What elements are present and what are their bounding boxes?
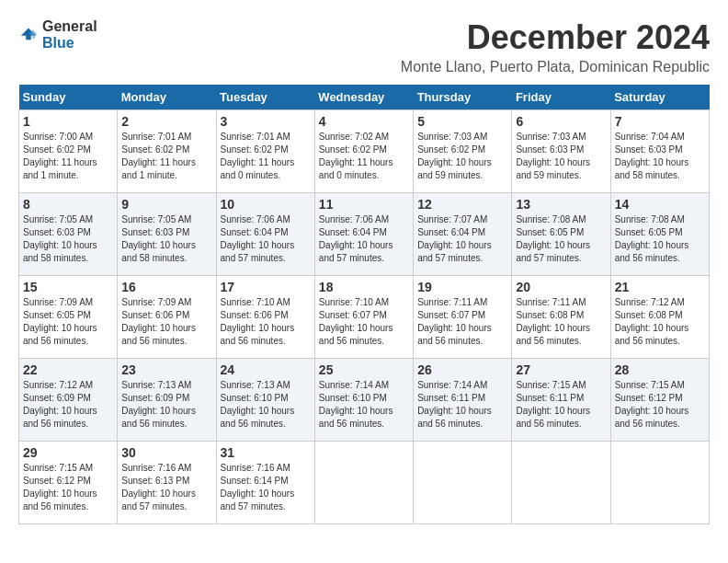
day-info: Sunrise: 7:12 AM Sunset: 6:08 PM Dayligh… [615,296,705,348]
day-info: Sunrise: 7:11 AM Sunset: 6:08 PM Dayligh… [516,296,606,348]
weekday-header: Saturday [610,85,709,110]
weekday-header: Friday [512,85,610,110]
day-info: Sunrise: 7:05 AM Sunset: 6:03 PM Dayligh… [23,213,113,265]
calendar-day-cell: 14 Sunrise: 7:08 AM Sunset: 6:05 PM Dayl… [610,193,709,276]
day-number: 12 [417,197,507,212]
calendar-day-cell: 27 Sunrise: 7:15 AM Sunset: 6:11 PM Dayl… [512,359,610,442]
day-number: 18 [319,280,409,294]
calendar-day-cell: 20 Sunrise: 7:11 AM Sunset: 6:08 PM Dayl… [512,276,610,359]
day-info: Sunrise: 7:16 AM Sunset: 6:14 PM Dayligh… [221,462,311,513]
calendar-day-cell: 29 Sunrise: 7:15 AM Sunset: 6:12 PM Dayl… [19,442,118,524]
logo-blue: Blue [42,35,97,52]
day-info: Sunrise: 7:15 AM Sunset: 6:11 PM Dayligh… [516,379,606,431]
calendar-day-cell [414,442,512,524]
calendar-day-cell: 25 Sunrise: 7:14 AM Sunset: 6:10 PM Dayl… [314,359,413,442]
day-info: Sunrise: 7:00 AM Sunset: 6:02 PM Dayligh… [23,131,113,182]
day-info: Sunrise: 7:15 AM Sunset: 6:12 PM Dayligh… [23,462,113,513]
logo-icon [18,23,39,43]
day-number: 28 [615,362,705,377]
calendar-day-cell: 28 Sunrise: 7:15 AM Sunset: 6:12 PM Dayl… [610,359,709,442]
calendar-day-cell: 24 Sunrise: 7:13 AM Sunset: 6:10 PM Dayl… [216,359,314,442]
calendar-day-cell: 7 Sunrise: 7:04 AM Sunset: 6:03 PM Dayli… [610,110,709,193]
day-info: Sunrise: 7:09 AM Sunset: 6:06 PM Dayligh… [121,296,211,348]
title-section: December 2024 Monte Llano, Puerto Plata,… [401,18,710,75]
day-info: Sunrise: 7:10 AM Sunset: 6:07 PM Dayligh… [319,296,409,348]
calendar-day-cell: 12 Sunrise: 7:07 AM Sunset: 6:04 PM Dayl… [414,193,512,276]
day-number: 6 [516,114,606,129]
day-info: Sunrise: 7:10 AM Sunset: 6:06 PM Dayligh… [221,296,311,348]
calendar-day-cell: 1 Sunrise: 7:00 AM Sunset: 6:02 PM Dayli… [19,110,118,193]
day-info: Sunrise: 7:12 AM Sunset: 6:09 PM Dayligh… [23,379,113,431]
day-info: Sunrise: 7:02 AM Sunset: 6:02 PM Dayligh… [319,131,409,182]
calendar-header-row: SundayMondayTuesdayWednesdayThursdayFrid… [19,85,710,110]
day-number: 10 [221,197,311,212]
calendar-day-cell: 10 Sunrise: 7:06 AM Sunset: 6:04 PM Dayl… [216,193,314,276]
calendar-day-cell [610,442,709,524]
weekday-header: Wednesday [314,85,413,110]
day-number: 27 [516,362,606,377]
day-info: Sunrise: 7:07 AM Sunset: 6:04 PM Dayligh… [417,213,507,265]
day-number: 3 [221,114,311,129]
day-number: 26 [417,362,507,377]
calendar-day-cell: 30 Sunrise: 7:16 AM Sunset: 6:13 PM Dayl… [118,442,216,524]
day-number: 9 [121,197,211,212]
calendar-week-row: 22 Sunrise: 7:12 AM Sunset: 6:09 PM Dayl… [19,359,710,442]
page-header: General Blue December 2024 Monte Llano, … [18,18,710,75]
calendar-day-cell: 4 Sunrise: 7:02 AM Sunset: 6:02 PM Dayli… [314,110,413,193]
weekday-header: Sunday [19,85,118,110]
day-number: 24 [221,362,311,377]
calendar-table: SundayMondayTuesdayWednesdayThursdayFrid… [18,85,710,524]
calendar-day-cell: 11 Sunrise: 7:06 AM Sunset: 6:04 PM Dayl… [314,193,413,276]
day-number: 31 [221,445,311,460]
location-title: Monte Llano, Puerto Plata, Dominican Rep… [401,59,710,75]
calendar-day-cell: 21 Sunrise: 7:12 AM Sunset: 6:08 PM Dayl… [610,276,709,359]
day-number: 21 [615,280,705,294]
calendar-week-row: 1 Sunrise: 7:00 AM Sunset: 6:02 PM Dayli… [19,110,710,193]
calendar-day-cell: 22 Sunrise: 7:12 AM Sunset: 6:09 PM Dayl… [19,359,118,442]
calendar-day-cell: 15 Sunrise: 7:09 AM Sunset: 6:05 PM Dayl… [19,276,118,359]
day-number: 20 [516,280,606,294]
day-info: Sunrise: 7:01 AM Sunset: 6:02 PM Dayligh… [121,131,211,182]
calendar-day-cell: 6 Sunrise: 7:03 AM Sunset: 6:03 PM Dayli… [512,110,610,193]
calendar-day-cell: 9 Sunrise: 7:05 AM Sunset: 6:03 PM Dayli… [118,193,216,276]
day-number: 14 [615,197,705,212]
calendar-week-row: 8 Sunrise: 7:05 AM Sunset: 6:03 PM Dayli… [19,193,710,276]
calendar-day-cell: 8 Sunrise: 7:05 AM Sunset: 6:03 PM Dayli… [19,193,118,276]
day-info: Sunrise: 7:06 AM Sunset: 6:04 PM Dayligh… [319,213,409,265]
day-number: 1 [23,114,113,129]
calendar-day-cell: 18 Sunrise: 7:10 AM Sunset: 6:07 PM Dayl… [314,276,413,359]
calendar-day-cell: 5 Sunrise: 7:03 AM Sunset: 6:02 PM Dayli… [414,110,512,193]
day-number: 25 [319,362,409,377]
month-title: December 2024 [401,18,710,57]
day-info: Sunrise: 7:13 AM Sunset: 6:10 PM Dayligh… [221,379,311,431]
day-info: Sunrise: 7:06 AM Sunset: 6:04 PM Dayligh… [221,213,311,265]
calendar-day-cell: 17 Sunrise: 7:10 AM Sunset: 6:06 PM Dayl… [216,276,314,359]
calendar-day-cell: 3 Sunrise: 7:01 AM Sunset: 6:02 PM Dayli… [216,110,314,193]
day-number: 17 [221,280,311,294]
day-number: 30 [121,445,211,460]
day-number: 22 [23,362,113,377]
weekday-header: Thursday [414,85,512,110]
day-number: 8 [23,197,113,212]
day-info: Sunrise: 7:14 AM Sunset: 6:11 PM Dayligh… [417,379,507,431]
day-number: 15 [23,280,113,294]
calendar-day-cell: 16 Sunrise: 7:09 AM Sunset: 6:06 PM Dayl… [118,276,216,359]
day-info: Sunrise: 7:16 AM Sunset: 6:13 PM Dayligh… [121,462,211,513]
day-number: 16 [121,280,211,294]
calendar-week-row: 29 Sunrise: 7:15 AM Sunset: 6:12 PM Dayl… [19,442,710,524]
calendar-day-cell: 2 Sunrise: 7:01 AM Sunset: 6:02 PM Dayli… [118,110,216,193]
day-info: Sunrise: 7:14 AM Sunset: 6:10 PM Dayligh… [319,379,409,431]
day-info: Sunrise: 7:04 AM Sunset: 6:03 PM Dayligh… [615,131,705,182]
calendar-day-cell: 31 Sunrise: 7:16 AM Sunset: 6:14 PM Dayl… [216,442,314,524]
calendar-day-cell [512,442,610,524]
day-info: Sunrise: 7:11 AM Sunset: 6:07 PM Dayligh… [417,296,507,348]
day-number: 13 [516,197,606,212]
day-info: Sunrise: 7:13 AM Sunset: 6:09 PM Dayligh… [121,379,211,431]
day-number: 2 [121,114,211,129]
day-info: Sunrise: 7:03 AM Sunset: 6:03 PM Dayligh… [516,131,606,182]
weekday-header: Tuesday [216,85,314,110]
day-info: Sunrise: 7:01 AM Sunset: 6:02 PM Dayligh… [221,131,311,182]
day-number: 5 [417,114,507,129]
day-number: 23 [121,362,211,377]
day-info: Sunrise: 7:08 AM Sunset: 6:05 PM Dayligh… [516,213,606,265]
